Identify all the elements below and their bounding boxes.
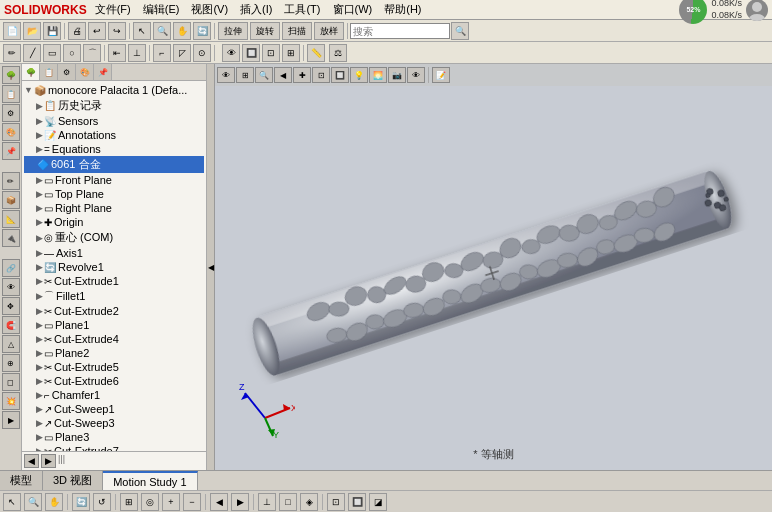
undo-btn[interactable]: ↩ xyxy=(88,22,106,40)
extrude-btn[interactable]: 拉伸 xyxy=(218,22,248,40)
hide-btn[interactable]: 👁 xyxy=(2,278,20,296)
vp-prev-view-btn[interactable]: ◀ xyxy=(274,67,292,83)
relation-btn[interactable]: ⊥ xyxy=(128,44,146,62)
menu-edit[interactable]: 编辑(E) xyxy=(143,2,180,17)
loft-btn[interactable]: 放样 xyxy=(314,22,344,40)
tree-item-cut_sweep1[interactable]: ▶↗Cut-Sweep1 xyxy=(24,402,204,416)
addins-btn[interactable]: 🔌 xyxy=(2,229,20,247)
line-btn[interactable]: ╱ xyxy=(23,44,41,62)
assembly-feature-btn[interactable]: ⊕ xyxy=(2,354,20,372)
pan-btn[interactable]: ✋ xyxy=(173,22,191,40)
tree-item-annotations[interactable]: ▶📝Annotations xyxy=(24,128,204,142)
view-display-btn[interactable]: 🔲 xyxy=(242,44,260,62)
tree-item-axis1[interactable]: ▶—Axis1 xyxy=(24,246,204,260)
open-btn[interactable]: 📂 xyxy=(23,22,41,40)
vp-section-btn[interactable]: ⊡ xyxy=(312,67,330,83)
save-btn[interactable]: 💾 xyxy=(43,22,61,40)
hole-btn[interactable]: ⊙ xyxy=(193,44,211,62)
vp-display-style-btn[interactable]: 🔲 xyxy=(331,67,349,83)
bt-rollview-btn[interactable]: ↺ xyxy=(93,493,111,511)
bt-rotate-btn[interactable]: 🔄 xyxy=(72,493,90,511)
menu-window[interactable]: 窗口(W) xyxy=(333,2,373,17)
bt-front-btn[interactable]: □ xyxy=(279,493,297,511)
bt-zoomin-btn[interactable]: + xyxy=(162,493,180,511)
tree-tab-config[interactable]: ⚙ xyxy=(58,64,76,80)
tree-item-cut_extrude6[interactable]: ▶✂Cut-Extrude6 xyxy=(24,374,204,388)
menu-file[interactable]: 文件(F) xyxy=(95,2,131,17)
vp-orient-btn[interactable]: 👁 xyxy=(217,67,235,83)
arc-btn[interactable]: ⌒ xyxy=(83,44,101,62)
user-avatar[interactable] xyxy=(746,0,768,21)
sweep-btn[interactable]: 扫描 xyxy=(282,22,312,40)
smart-mates-btn[interactable]: 🧲 xyxy=(2,316,20,334)
bt-shade-edges-btn[interactable]: ◪ xyxy=(369,493,387,511)
tree-item-top_plane[interactable]: ▶▭Top Plane xyxy=(24,187,204,201)
tab-model[interactable]: 模型 xyxy=(0,471,43,490)
menu-view[interactable]: 视图(V) xyxy=(191,2,228,17)
sketch-mode-btn[interactable]: ✏ xyxy=(2,172,20,190)
tree-item-chamfer1[interactable]: ▶⌐Chamfer1 xyxy=(24,388,204,402)
bt-wireframe-btn[interactable]: ⊡ xyxy=(327,493,345,511)
feature-manager-btn[interactable]: 🌳 xyxy=(2,66,20,84)
search-icon[interactable]: 🔍 xyxy=(451,22,469,40)
custom-prop-btn[interactable]: 📌 xyxy=(2,142,20,160)
feature-mode-btn[interactable]: 📦 xyxy=(2,191,20,209)
tree-item-right_plane[interactable]: ▶▭Right Plane xyxy=(24,201,204,215)
tree-item-history[interactable]: ▶📋历史记录 xyxy=(24,97,204,114)
evaluate-btn[interactable]: 📐 xyxy=(2,210,20,228)
bt-select-btn[interactable]: ↖ xyxy=(3,493,21,511)
sel-btn[interactable]: ↖ xyxy=(133,22,151,40)
dim-btn[interactable]: ⇤ xyxy=(108,44,126,62)
bt-pan-btn[interactable]: ✋ xyxy=(45,493,63,511)
chamfer-btn[interactable]: ◸ xyxy=(173,44,191,62)
circle-btn[interactable]: ○ xyxy=(63,44,81,62)
tree-item-revolve1[interactable]: ▶🔄Revolve1 xyxy=(24,260,204,274)
fillet-btn[interactable]: ⌐ xyxy=(153,44,171,62)
tree-item-cut_extrude4[interactable]: ▶✂Cut-Extrude4 xyxy=(24,332,204,346)
tree-item-cut_extrude2[interactable]: ▶✂Cut-Extrude2 xyxy=(24,304,204,318)
tree-prev-btn[interactable]: ◀ xyxy=(24,454,39,468)
tree-item-cut_extrude5[interactable]: ▶✂Cut-Extrude5 xyxy=(24,360,204,374)
revolve-btn[interactable]: 旋转 xyxy=(250,22,280,40)
appearance-btn[interactable]: 🎨 xyxy=(2,123,20,141)
explode-btn[interactable]: 💥 xyxy=(2,392,20,410)
print-btn[interactable]: 🖨 xyxy=(68,22,86,40)
zoom-fit-btn[interactable]: ⊞ xyxy=(282,44,300,62)
model-area[interactable]: Z X Y * 等轴测 xyxy=(215,86,772,470)
menu-tools[interactable]: 工具(T) xyxy=(284,2,320,17)
vp-zoom-select-btn[interactable]: 🔍 xyxy=(255,67,273,83)
sim-btn[interactable]: ▶ xyxy=(2,411,20,429)
mass-prop-btn[interactable]: ⚖ xyxy=(329,44,347,62)
ref-geom-btn[interactable]: △ xyxy=(2,335,20,353)
vp-3d-pointer-btn[interactable]: ✚ xyxy=(293,67,311,83)
tree-item-cog[interactable]: ▶◎重心 (COM) xyxy=(24,229,204,246)
move-btn[interactable]: ✥ xyxy=(2,297,20,315)
tree-item-cut_extrude1[interactable]: ▶✂Cut-Extrude1 xyxy=(24,274,204,288)
redo-btn[interactable]: ↪ xyxy=(108,22,126,40)
new-btn[interactable]: 📄 xyxy=(3,22,21,40)
tree-item-cut_sweep3[interactable]: ▶↗Cut-Sweep3 xyxy=(24,416,204,430)
tree-item-plane1[interactable]: ▶▭Plane1 xyxy=(24,318,204,332)
component-btn[interactable]: ◻ xyxy=(2,373,20,391)
vp-hide-show-btn[interactable]: 👁 xyxy=(407,67,425,83)
sketch-btn[interactable]: ✏ xyxy=(3,44,21,62)
zoom-btn[interactable]: 🔍 xyxy=(153,22,171,40)
tree-item-front_plane[interactable]: ▶▭Front Plane xyxy=(24,173,204,187)
tree-item-plane2[interactable]: ▶▭Plane2 xyxy=(24,346,204,360)
bt-next-view-btn[interactable]: ▶ xyxy=(231,493,249,511)
3d-viewport[interactable]: 👁 ⊞ 🔍 ◀ ✚ ⊡ 🔲 💡 🌅 📷 👁 📝 xyxy=(215,64,772,470)
tree-tab-feature[interactable]: 🌳 xyxy=(22,64,40,80)
bt-zoomfit-btn[interactable]: ⊞ xyxy=(120,493,138,511)
tab-3dview[interactable]: 3D 视图 xyxy=(43,471,103,490)
tree-item-equations[interactable]: ▶=Equations xyxy=(24,142,204,156)
search-input[interactable] xyxy=(350,23,450,39)
property-mgr-btn[interactable]: 📋 xyxy=(2,85,20,103)
tree-item-root[interactable]: ▼📦monocore Palacita 1 (Defa... xyxy=(24,83,204,97)
tree-tab-custom[interactable]: 📌 xyxy=(94,64,112,80)
section-view-btn[interactable]: ⊡ xyxy=(262,44,280,62)
menu-insert[interactable]: 插入(I) xyxy=(240,2,272,17)
tree-tab-appear[interactable]: 🎨 xyxy=(76,64,94,80)
vp-annotations-btn[interactable]: 📝 xyxy=(432,67,450,83)
measure-btn[interactable]: 📏 xyxy=(307,44,325,62)
tree-tab-property[interactable]: 📋 xyxy=(40,64,58,80)
